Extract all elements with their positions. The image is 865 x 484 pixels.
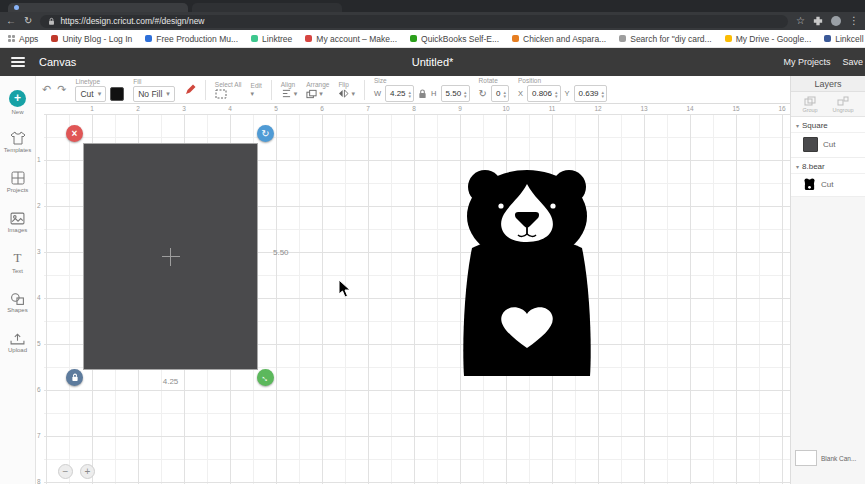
redo-icon[interactable]: ↷ <box>57 83 66 96</box>
linetype-label: Linetype <box>75 78 124 85</box>
layer-row-square-cut[interactable]: Cut <box>791 133 865 158</box>
ruler-number: 9 <box>458 105 462 112</box>
select-all-label: Select All <box>215 81 242 88</box>
bookmark-favicon <box>145 35 152 42</box>
width-axis-label: W <box>374 89 381 98</box>
fill-dropdown[interactable]: No Fill ▾ <box>133 86 175 102</box>
bookmark-item[interactable]: Free Production Mu... <box>145 34 238 44</box>
height-input[interactable]: 5.50 ▴▾ <box>441 85 470 102</box>
aspect-lock-icon[interactable] <box>418 89 427 99</box>
chevron-down-icon: ▾ <box>319 90 323 98</box>
width-value: 4.25 <box>390 89 406 98</box>
layer-row-bear-cut[interactable]: Cut <box>791 174 865 197</box>
bookmark-item[interactable]: Linkcell <box>824 34 863 44</box>
layer-group-bear[interactable]: ▾ 8.bear <box>791 158 865 174</box>
back-icon[interactable]: ← <box>6 16 16 26</box>
stepper-arrows-icon[interactable]: ▴▾ <box>409 90 412 98</box>
size-group: Size W 4.25 ▴▾ H 5.50 ▴▾ <box>374 77 470 102</box>
fill-group: Fill No Fill ▾ <box>133 78 175 102</box>
stepper-arrows-icon[interactable]: ▴▾ <box>555 90 558 98</box>
ruler-horizontal: 12345678910111213141516 <box>44 104 790 114</box>
disclosure-triangle-icon[interactable]: ▾ <box>796 163 799 170</box>
chevron-down-icon: ▾ <box>166 90 170 98</box>
linetype-color-swatch[interactable] <box>110 87 124 101</box>
url-field[interactable]: https://design.cricut.com/#/design/new <box>40 15 788 28</box>
bookmark-item[interactable]: My account – Make... <box>305 34 397 44</box>
lock-handle[interactable] <box>66 369 83 386</box>
bookmark-item[interactable]: QuickBooks Self-E... <box>410 34 499 44</box>
ruler-number: 13 <box>640 105 647 112</box>
position-x-value: 0.806 <box>532 89 552 98</box>
extensions-icon[interactable] <box>813 16 823 26</box>
bookmark-item[interactable]: Linktree <box>251 34 292 44</box>
browser-menu-icon[interactable]: ⋮ <box>849 16 859 26</box>
plus-circle-icon: + <box>9 90 26 107</box>
resize-handle[interactable]: ↔ <box>257 369 274 386</box>
ruler-number: 5 <box>37 340 41 347</box>
blank-canvas-row[interactable]: Blank Can... <box>795 450 856 466</box>
layer-group-square[interactable]: ▾ Square <box>791 117 865 133</box>
undo-icon[interactable]: ↶ <box>42 83 51 96</box>
ruler-number: 14 <box>686 105 693 112</box>
ungroup-button[interactable]: Ungroup <box>832 96 853 113</box>
height-axis-label: H <box>431 89 436 98</box>
stepper-arrows-icon[interactable]: ▴▾ <box>464 90 467 98</box>
apps-bookmark[interactable]: Apps <box>8 34 38 44</box>
align-group[interactable]: Align ▾ <box>281 81 298 98</box>
sidebar-item-projects[interactable]: Projects <box>0 162 35 202</box>
browser-tab-active[interactable] <box>8 3 188 12</box>
delete-handle[interactable]: × <box>66 125 83 142</box>
rotate-icon[interactable]: ↻ <box>479 88 487 99</box>
sidebar-item-images[interactable]: Images <box>0 202 35 242</box>
ruler-number: 1 <box>90 105 94 112</box>
stepper-arrows-icon[interactable]: ▴▾ <box>503 90 506 98</box>
bookmark-favicon <box>725 35 732 42</box>
pen-icon[interactable] <box>184 84 196 96</box>
refresh-icon[interactable]: ↻ <box>24 16 32 26</box>
menu-icon[interactable] <box>11 57 25 67</box>
sidebar-item-label: Projects <box>7 187 29 193</box>
selection-width-label: 4.25 <box>163 377 179 386</box>
bookmark-item[interactable]: Chicken and Aspara... <box>512 34 606 44</box>
bookmark-label: Linkcell <box>835 34 863 44</box>
select-all-group[interactable]: Select All <box>215 81 242 99</box>
disclosure-triangle-icon[interactable]: ▾ <box>796 122 799 129</box>
bookmark-star-icon[interactable]: ☆ <box>796 16 805 26</box>
my-projects-link[interactable]: My Projects <box>783 57 830 67</box>
sidebar-item-upload[interactable]: Upload <box>0 322 35 362</box>
edit-group[interactable]: Edit ▾ <box>251 82 262 98</box>
arrange-icon <box>306 89 317 99</box>
project-title[interactable]: Untitled* <box>412 56 454 68</box>
linetype-dropdown[interactable]: Cut ▾ <box>75 86 106 102</box>
sidebar-item-shapes[interactable]: Shapes <box>0 282 35 322</box>
zoom-out-button[interactable]: − <box>58 464 73 479</box>
ruler-number: 3 <box>37 248 41 255</box>
stepper-arrows-icon[interactable]: ▴▾ <box>602 90 605 98</box>
arrange-group[interactable]: Arrange ▾ <box>306 81 329 99</box>
bookmark-label: QuickBooks Self-E... <box>421 34 499 44</box>
square-shape-selected[interactable]: × ↻ ↔ 4.25 5.50 <box>83 143 258 370</box>
zoom-in-button[interactable]: + <box>80 464 95 479</box>
screen: ← ↻ https://design.cricut.com/#/design/n… <box>0 0 865 484</box>
position-x-input[interactable]: 0.806 ▴▾ <box>527 85 561 102</box>
sidebar-item-label: New <box>11 109 23 115</box>
group-button[interactable]: Group <box>802 96 817 113</box>
bear-image[interactable] <box>460 166 594 378</box>
width-input[interactable]: 4.25 ▴▾ <box>385 85 414 102</box>
save-link[interactable]: Save <box>842 57 863 67</box>
avatar-icon[interactable] <box>831 16 841 26</box>
bookmark-item[interactable]: Search for "diy card... <box>619 34 711 44</box>
rotate-input[interactable]: 0 ▴▾ <box>491 85 509 102</box>
rotate-handle[interactable]: ↻ <box>257 125 274 142</box>
position-y-input[interactable]: 0.639 ▴▾ <box>574 85 608 102</box>
flip-group[interactable]: Flip ▾ <box>338 81 355 98</box>
browser-tab[interactable] <box>192 3 342 12</box>
sidebar-item-text[interactable]: T Text <box>0 242 35 282</box>
sidebar-item-templates[interactable]: Templates <box>0 122 35 162</box>
bookmark-item[interactable]: My Drive - Google... <box>725 34 812 44</box>
sidebar-item-new[interactable]: + New <box>0 82 35 122</box>
blank-canvas-swatch[interactable] <box>795 450 817 466</box>
bookmark-label: Linktree <box>262 34 292 44</box>
left-sidebar: + New Templates Projects Images T <box>0 76 36 484</box>
bookmark-item[interactable]: Unity Blog - Log In <box>51 34 132 44</box>
